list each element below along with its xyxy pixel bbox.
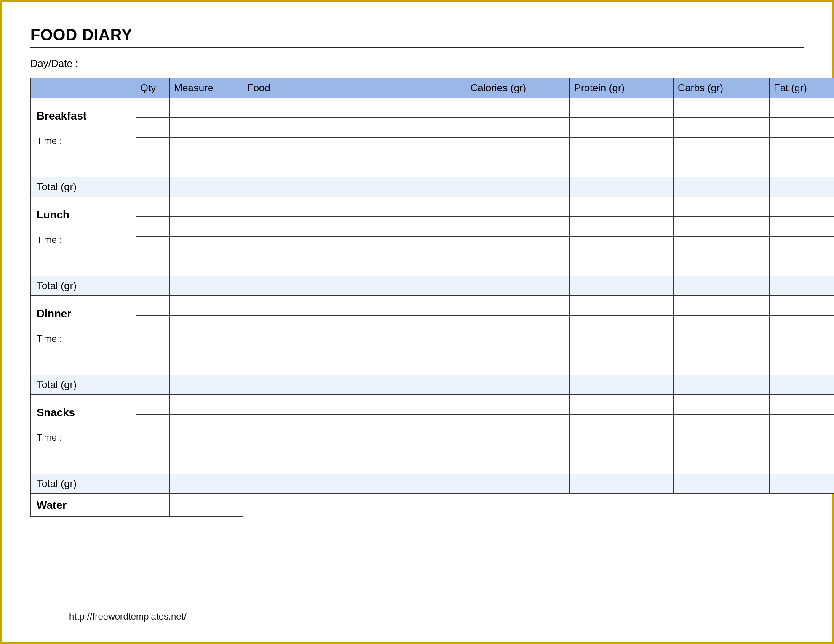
cell[interactable] [170,237,243,256]
cell[interactable] [170,355,243,375]
cell[interactable] [136,494,170,517]
cell[interactable] [136,256,170,276]
cell[interactable] [570,197,674,217]
cell[interactable] [674,355,770,375]
cell[interactable] [570,375,674,395]
cell[interactable] [570,237,674,256]
cell[interactable] [674,296,770,316]
cell[interactable] [170,98,243,118]
cell[interactable] [243,118,466,138]
cell[interactable] [570,434,674,454]
cell[interactable] [674,395,770,415]
cell[interactable] [170,256,243,276]
cell[interactable] [170,474,243,494]
cell[interactable] [466,217,570,237]
cell[interactable] [674,316,770,335]
cell[interactable] [770,434,834,454]
cell[interactable] [136,118,170,138]
cell[interactable] [770,316,834,335]
cell[interactable] [770,237,834,256]
cell[interactable] [466,237,570,256]
cell[interactable] [570,296,674,316]
cell[interactable] [170,217,243,237]
cell[interactable] [570,474,674,494]
cell[interactable] [136,335,170,355]
cell[interactable] [466,256,570,276]
cell[interactable] [674,197,770,217]
cell[interactable] [770,395,834,415]
cell[interactable] [170,316,243,335]
cell[interactable] [770,335,834,355]
cell[interactable] [170,434,243,454]
cell[interactable] [570,217,674,237]
cell[interactable] [170,197,243,217]
cell[interactable] [243,157,466,177]
cell[interactable] [243,237,466,256]
cell[interactable] [170,494,243,517]
cell[interactable] [770,197,834,217]
cell[interactable] [570,454,674,474]
cell[interactable] [570,256,674,276]
cell[interactable] [243,335,466,355]
cell[interactable] [243,177,466,197]
cell[interactable] [674,177,770,197]
cell[interactable] [466,138,570,157]
cell[interactable] [570,355,674,375]
cell[interactable] [570,138,674,157]
cell[interactable] [466,157,570,177]
cell[interactable] [243,217,466,237]
cell[interactable] [570,395,674,415]
cell[interactable] [136,296,170,316]
cell[interactable] [466,355,570,375]
cell[interactable] [136,157,170,177]
cell[interactable] [674,375,770,395]
cell[interactable] [466,296,570,316]
cell[interactable] [770,118,834,138]
cell[interactable] [466,197,570,217]
cell[interactable] [466,98,570,118]
cell[interactable] [674,256,770,276]
cell[interactable] [136,237,170,256]
cell[interactable] [170,157,243,177]
cell[interactable] [770,98,834,118]
cell[interactable] [243,197,466,217]
cell[interactable] [243,355,466,375]
cell[interactable] [243,98,466,118]
cell[interactable] [243,434,466,454]
cell[interactable] [570,118,674,138]
cell[interactable] [770,355,834,375]
cell[interactable] [170,276,243,296]
cell[interactable] [136,177,170,197]
cell[interactable] [570,335,674,355]
cell[interactable] [243,395,466,415]
cell[interactable] [466,395,570,415]
cell[interactable] [136,395,170,415]
cell[interactable] [243,296,466,316]
cell[interactable] [674,138,770,157]
cell[interactable] [466,335,570,355]
cell[interactable] [770,415,834,434]
cell[interactable] [466,276,570,296]
cell[interactable] [136,434,170,454]
cell[interactable] [674,276,770,296]
cell[interactable] [243,276,466,296]
cell[interactable] [674,434,770,454]
cell[interactable] [243,256,466,276]
cell[interactable] [466,434,570,454]
cell[interactable] [770,256,834,276]
cell[interactable] [136,355,170,375]
cell[interactable] [770,177,834,197]
cell[interactable] [674,474,770,494]
cell[interactable] [136,375,170,395]
cell[interactable] [770,217,834,237]
cell[interactable] [170,138,243,157]
cell[interactable] [136,217,170,237]
cell[interactable] [170,454,243,474]
cell[interactable] [570,157,674,177]
cell[interactable] [674,217,770,237]
cell[interactable] [136,276,170,296]
cell[interactable] [243,316,466,335]
cell[interactable] [243,415,466,434]
cell[interactable] [170,335,243,355]
cell[interactable] [136,415,170,434]
